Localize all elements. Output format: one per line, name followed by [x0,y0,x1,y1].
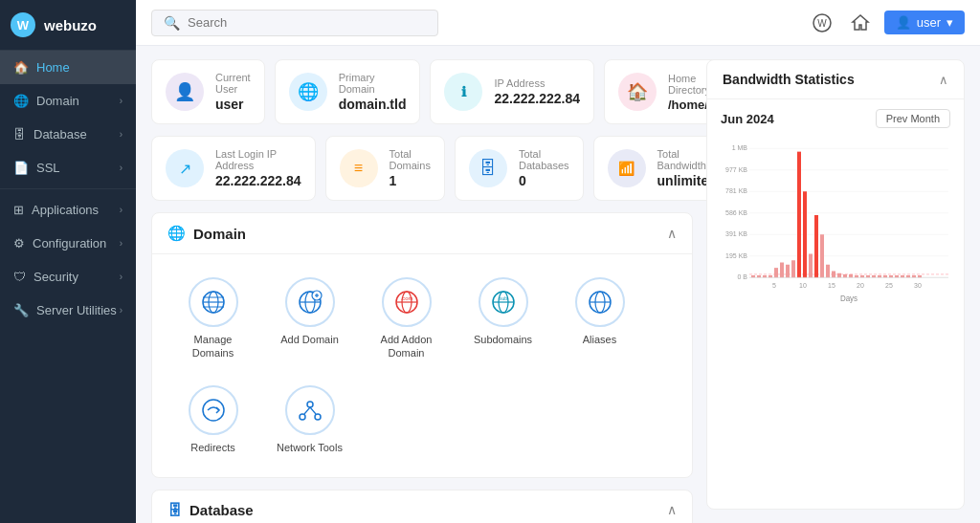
sidebar: W webuzo 🏠 Home 🌐 Domain › 🗄 Database › … [0,0,136,523]
primary-domain-icon: 🌐 [289,73,327,111]
sidebar-label-server-utilities: Server Utilities [36,303,117,317]
database-icon: 🗄 [13,127,26,142]
bandwidth-title: Bandwidth Statistics [723,72,855,87]
sidebar-label-domain: Domain [36,94,79,108]
svg-rect-100 [878,275,881,277]
network-tools-item[interactable]: Network Tools [264,376,355,464]
aliases-icon [575,277,625,327]
total-domains-icon: ≡ [340,149,378,187]
home-topbar-icon[interactable] [846,9,875,37]
stat-card-ip-address: ℹ IP Address 22.222.222.84 [430,59,594,124]
search-box[interactable]: 🔍 [151,10,438,36]
search-icon: 🔍 [164,15,180,31]
user-button[interactable]: 👤 user ▾ [884,11,965,34]
bandwidth-chart: 1 MB 977 KB 781 KB 586 KB 391 KB 195 KB … [721,138,950,310]
stat-cards-row2: ↗ Last Login IP Address 22.222.222.84 ≡ … [151,136,693,201]
svg-rect-105 [906,275,910,277]
sidebar-item-database[interactable]: 🗄 Database › [0,118,136,151]
sidebar-item-ssl[interactable]: 📄 SSL › [0,151,136,185]
sidebar-label-security: Security [33,270,78,284]
svg-rect-97 [860,275,864,277]
svg-rect-90 [820,234,824,277]
svg-rect-107 [918,275,922,277]
domain-panel-toggle[interactable]: ∧ [667,226,677,241]
svg-point-27 [307,402,313,407]
wordpress-icon[interactable]: W [808,9,836,37]
chevron-right-icon: › [120,238,122,249]
topbar: 🔍 W 👤 user ▾ [136,0,980,46]
primary-domain-value: domain.tld [339,97,407,112]
database-panel-title: 🗄 Database [167,502,254,518]
user-icon: 👤 [896,15,911,30]
last-login-value: 22.222.222.84 [215,173,301,188]
svg-rect-95 [849,274,853,277]
chevron-right-icon: › [120,129,122,140]
svg-rect-92 [832,272,835,278]
prev-month-button[interactable]: Prev Month [876,109,950,128]
add-addon-domain-item[interactable]: .com Add Addon Domain [361,268,452,370]
svg-rect-89 [814,215,818,277]
chevron-right-icon: › [120,305,122,316]
domain-panel-title: 🌐 Domain [167,225,246,242]
search-input[interactable] [188,15,426,30]
sidebar-item-security[interactable]: 🛡 Security › [0,260,136,294]
database-section-icon: 🗄 [167,502,182,518]
total-databases-icon: 🗄 [469,149,507,187]
svg-text:20: 20 [857,281,864,291]
stat-card-current-user: 👤 Current User user [151,59,265,124]
logo-icon: W [10,11,36,38]
sidebar-item-home[interactable]: 🏠 Home [0,51,136,84]
user-label: user [917,15,941,30]
svg-text:30: 30 [914,281,922,291]
svg-rect-94 [843,274,847,277]
ssl-icon: 📄 [13,161,29,175]
svg-rect-91 [826,265,830,278]
total-databases-value: 0 [519,173,569,188]
ip-address-label: IP Address [494,77,580,89]
svg-text:977 KB: 977 KB [725,165,747,175]
stat-card-primary-domain: 🌐 Primary Domain domain.tld [275,59,421,124]
domain-panel-header: 🌐 Domain ∧ [152,213,692,254]
add-domain-item[interactable]: Add Domain [264,268,355,370]
configuration-icon: ⚙ [13,236,25,251]
manage-domains-item[interactable]: Manage Domains [167,268,258,370]
network-tools-icon [285,385,335,435]
domain-panel: 🌐 Domain ∧ Manage Domains [151,212,693,478]
database-panel: 🗄 Database ∧ Database Wizard [151,490,693,523]
svg-text:15: 15 [828,281,835,291]
svg-text:391 KB: 391 KB [725,229,747,239]
applications-icon: ⊞ [13,203,24,217]
redirects-item[interactable]: Redirects [167,376,258,464]
redirects-icon [189,385,238,435]
logo: W webuzo [0,0,136,51]
sidebar-label-database: Database [33,127,87,142]
svg-text:0 B: 0 B [738,272,748,282]
svg-rect-86 [797,152,801,278]
svg-rect-83 [780,263,784,278]
svg-text:10: 10 [799,281,807,291]
svg-rect-102 [889,275,893,277]
sidebar-label-configuration: Configuration [33,236,106,251]
total-databases-label: Total Databases [519,148,569,171]
bandwidth-toggle[interactable]: ∧ [939,73,948,87]
chevron-right-icon: › [120,96,122,106]
sidebar-item-server-utilities[interactable]: 🔧 Server Utilities › [0,294,136,327]
sidebar-item-configuration[interactable]: ⚙ Configuration › [0,227,136,260]
database-panel-toggle[interactable]: ∧ [667,502,677,517]
domain-panel-body: Manage Domains Add Domain .com [152,254,692,477]
network-tools-label: Network Tools [277,441,343,454]
chevron-right-icon: › [120,163,122,173]
svg-rect-103 [895,275,899,277]
subdomains-item[interactable]: sub Subdomains [457,268,548,370]
svg-text:586 KB: 586 KB [725,208,747,218]
bandwidth-month-row: Jun 2024 Prev Month [721,109,950,128]
svg-text:195 KB: 195 KB [725,251,747,261]
sidebar-item-applications[interactable]: ⊞ Applications › [0,193,136,227]
bandwidth-body: Jun 2024 Prev Month 1 MB 977 KB 781 KB 5… [707,99,964,509]
svg-rect-101 [883,275,887,277]
aliases-item[interactable]: Aliases [554,268,645,370]
bandwidth-panel: Bandwidth Statistics ∧ Jun 2024 Prev Mon… [706,59,965,510]
sidebar-item-domain[interactable]: 🌐 Domain › [0,84,136,118]
content-area: 👤 Current User user 🌐 Primary Domain dom… [136,46,980,523]
svg-line-30 [304,407,310,414]
